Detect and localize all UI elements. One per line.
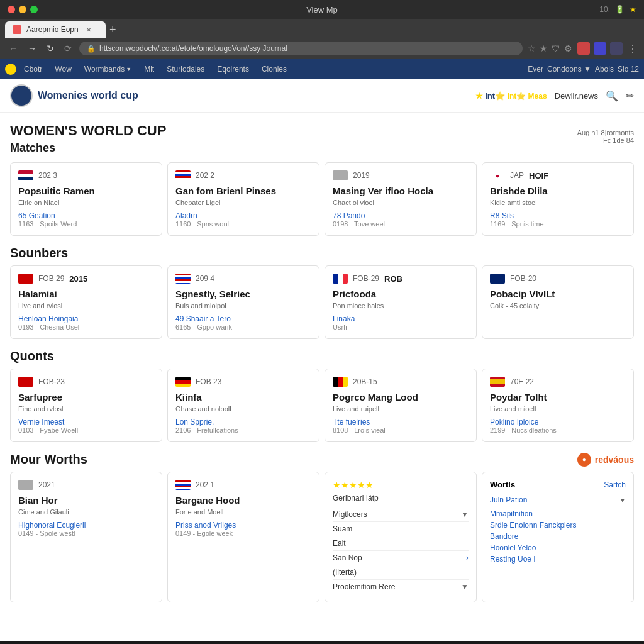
promo-badge-section: ● redváous	[577, 453, 634, 467]
sounbers-grid-card-3[interactable]: FOB-20 Pobacip VlvILt Colk - 45 coialty	[482, 265, 634, 339]
join-pation-row[interactable]: Juln Pation ▼	[490, 493, 626, 507]
card-link-1[interactable]: Lon Spprie.	[175, 418, 311, 426]
mour-card-2-link[interactable]: Priss anod Vrliges	[175, 521, 311, 530]
quonts-grid-card-0[interactable]: FOB-23 Sarfupree Fine and rvlosl Vernie …	[10, 369, 162, 442]
back-button[interactable]: ←	[6, 42, 20, 55]
card-year-0: 202 3	[38, 171, 57, 180]
minimize-button[interactable]	[19, 6, 26, 13]
sidebar-link-0[interactable]: Juln Pation	[490, 496, 527, 504]
card-link-3[interactable]: Poklino Iploice	[490, 418, 626, 426]
ext-icon-1[interactable]	[577, 42, 590, 55]
card-desc-2: Pon mioce hales	[333, 302, 469, 309]
sounbers-grid-card-0[interactable]: FOB 29 2015 Halamiai Live and rvlosl Hen…	[10, 265, 162, 339]
quonts-grid-card-1[interactable]: FOB 23 Kiinfa Ghase and nolooll Lon Sppr…	[167, 369, 319, 442]
sidebar-link-5[interactable]: Resting Uoe I	[490, 555, 626, 564]
bookmark-icon[interactable]: ☆	[528, 43, 536, 53]
card-link-2[interactable]: Linaka	[333, 314, 469, 323]
sounbers-grid-card-2[interactable]: FOB-29 ROB Pricfooda Pon mioce hales Lin…	[325, 265, 477, 339]
edit-icon[interactable]: ✏	[626, 90, 634, 102]
dropdown-sannop[interactable]: San Nop ›	[333, 551, 469, 565]
card-year-1: FOB 23	[196, 377, 221, 386]
nav-wow[interactable]: Wow	[50, 65, 76, 74]
close-button[interactable]	[8, 6, 15, 13]
bookmark-icon-2[interactable]: ★	[540, 43, 548, 53]
new-tab-button[interactable]: +	[109, 23, 116, 36]
card-link-0[interactable]: Vernie Imeest	[18, 418, 154, 426]
nav-abols[interactable]: Abols	[595, 65, 614, 74]
card-header-0: 202 3	[18, 170, 154, 180]
matches-grid-card-0[interactable]: 202 3 Popsuitic Ramen Eirle on Niael 65 …	[10, 162, 162, 236]
card-year-0: FOB 29	[38, 274, 64, 283]
card-link-0[interactable]: Henloan Hoingaia	[18, 314, 154, 323]
nav-ever[interactable]: Ever	[528, 65, 543, 74]
matches-grid-card-2[interactable]: 2019 Masing Ver ifloo Hocla Chact ol vio…	[325, 162, 477, 236]
mour-card-1[interactable]: 2021 Bian Hor Cime and Gilauli Highonora…	[10, 472, 162, 602]
card-header-1: FOB 23	[175, 377, 311, 387]
mour-card-2[interactable]: 202 1 Bargane Hood For e and Moell Priss…	[167, 472, 319, 602]
fullscreen-button[interactable]	[30, 6, 38, 13]
dropdown-migtlocers[interactable]: Migtlocers ▼	[333, 508, 469, 522]
search-icon[interactable]: 🔍	[606, 90, 618, 102]
sidebar-link-1[interactable]: Mmapifnition	[490, 509, 626, 518]
ext-icon-2[interactable]	[594, 42, 606, 55]
nav-wormbands[interactable]: Wormbands ▼	[79, 65, 136, 74]
card-title-1: Gan fom Brienl Pinses	[175, 186, 311, 196]
sidebar-link-2[interactable]: Srdie Enoionn Fanckpiers	[490, 521, 626, 530]
mour-card-2-desc: For e and Moell	[175, 508, 311, 516]
card-link-0[interactable]: 65 Geation	[18, 211, 154, 220]
dropdown-ealt: Ealt	[333, 536, 469, 551]
nav-sturiodales[interactable]: Sturiodales	[162, 65, 209, 74]
sidebar-link-3[interactable]: Bandore	[490, 532, 626, 541]
sounbers-grid-card-1[interactable]: 209 4 Sgnestly, Selriec Buis and mioipol…	[167, 265, 319, 339]
card-link-1[interactable]: 49 Shaair a Tero	[175, 314, 311, 323]
card-flag-1	[175, 274, 191, 284]
card-link-2[interactable]: Tte fuelries	[333, 418, 469, 426]
nav-slo[interactable]: Slo 12	[618, 65, 639, 74]
site-header: Womenies world cup ★ int⭐ int⭐ Meas Dewi…	[0, 79, 644, 113]
reload-button-2[interactable]: ⟳	[62, 42, 74, 55]
browser-menu-button[interactable]: ⋮	[628, 43, 638, 55]
mour-card-1-link[interactable]: Highonoral Ecuglerli	[18, 521, 154, 530]
header-meas[interactable]: ★ int⭐ int⭐ Meas	[475, 91, 547, 101]
quonts-grid-card-3[interactable]: 70E 22 Poydar Tolht Live and mioell Pokl…	[482, 369, 634, 442]
browser-tab[interactable]: Aarepmio Eopn ✕	[5, 21, 106, 38]
matches-grid-card-1[interactable]: 202 2 Gan fom Brienl Pinses Chepater Lig…	[167, 162, 319, 236]
settings-icon[interactable]: ⚙	[564, 43, 572, 53]
nav-condoons[interactable]: Condoons ▼	[547, 65, 591, 74]
nav-clonies[interactable]: Clonies	[257, 65, 292, 74]
address-bar: ← → ↻ ⟳ 🔒 httscomwopdoclv/.co:at/etote/o…	[0, 38, 644, 59]
nav-cbotr[interactable]: Cbotr	[19, 65, 47, 74]
extension-icons	[577, 42, 623, 55]
card-flag-3	[490, 274, 505, 284]
quonts-grid-card-2[interactable]: 20B-15 Pogrco Mang Lood Live and ruipell…	[325, 369, 477, 442]
dropdown-proolemitiom[interactable]: Proolemitiom Rere ▼	[333, 580, 469, 594]
main-content: Womenies world cup ★ int⭐ int⭐ Meas Dewi…	[0, 79, 644, 641]
tab-close-button[interactable]: ✕	[86, 26, 91, 33]
mour-card-2-sub: 0149 - Egole week	[175, 530, 311, 537]
card-link-3[interactable]: R8 Sils	[490, 211, 626, 220]
search-sidebar-button[interactable]: Sartch	[604, 480, 626, 489]
browser-nav-bar: Cbotr Wow Wormbands ▼ Mit Sturiodales Eq…	[0, 59, 644, 79]
card-link-1[interactable]: Aladrn	[175, 211, 311, 220]
ext-icon-3[interactable]	[610, 42, 623, 55]
url-input[interactable]: 🔒 httscomwopdoclv/.co:at/etote/omolougoV…	[79, 42, 523, 55]
ratings-text: Gerlbnari Iátp	[333, 494, 469, 502]
card-header-2: FOB-29 ROB	[333, 274, 469, 284]
card-header-3: JAP HOIF	[490, 170, 626, 180]
sidebar-link-4[interactable]: Hoonlel Yeloo	[490, 543, 626, 552]
tab-label: Aarepmio Eopn	[26, 25, 79, 34]
card-header-2: 2019	[333, 170, 469, 180]
card-header-1: 209 4	[175, 274, 311, 284]
card-link-2[interactable]: 78 Pando	[333, 211, 469, 220]
nav-mit[interactable]: Mit	[139, 65, 159, 74]
nav-eqolrents[interactable]: Eqolrents	[212, 65, 254, 74]
forward-button[interactable]: →	[25, 42, 39, 55]
shield-icon: 🛡	[552, 43, 560, 53]
header-news[interactable]: Dewilr.news	[555, 91, 598, 101]
card-title-1: Kiinfa	[175, 392, 311, 402]
reload-button[interactable]: ↻	[44, 42, 57, 55]
card-sub-1: 2106 - Frefullcations	[175, 426, 311, 434]
sidebar-panel: Wortls Sartch Juln Pation ▼ Mmapifnition…	[482, 472, 634, 602]
card-sub-3: 1169 - Spnis time	[490, 220, 626, 228]
matches-grid-card-3[interactable]: JAP HOIF Brishde Dlila Kidle amti stoel …	[482, 162, 634, 236]
